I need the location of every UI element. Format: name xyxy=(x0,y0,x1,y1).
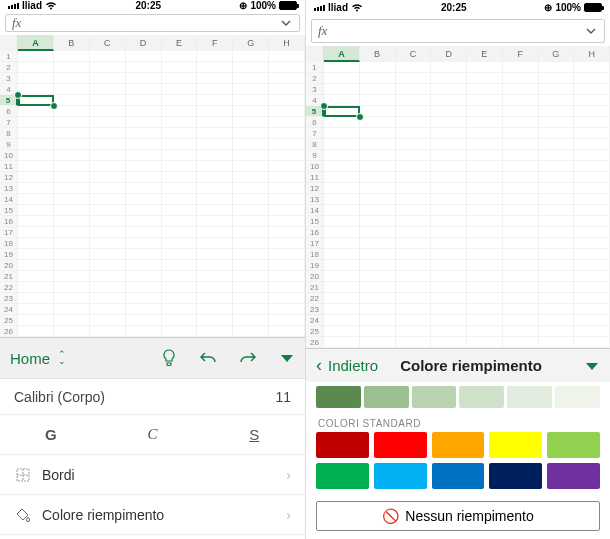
cell[interactable] xyxy=(396,84,432,95)
cell[interactable] xyxy=(162,62,198,73)
cell[interactable] xyxy=(324,117,360,128)
cell[interactable] xyxy=(197,315,233,326)
cell[interactable] xyxy=(54,95,90,106)
cell[interactable] xyxy=(18,249,54,260)
cell[interactable] xyxy=(269,238,305,249)
cell[interactable] xyxy=(233,117,269,128)
formula-bar[interactable]: fx xyxy=(5,14,300,32)
cell[interactable] xyxy=(539,95,575,106)
cell[interactable] xyxy=(503,139,539,150)
collapse-icon[interactable] xyxy=(584,359,600,373)
col-A[interactable]: A xyxy=(324,46,360,62)
cell[interactable] xyxy=(197,84,233,95)
color-swatch[interactable] xyxy=(547,463,600,489)
cell[interactable] xyxy=(431,260,467,271)
cell[interactable] xyxy=(197,139,233,150)
cell[interactable] xyxy=(233,51,269,62)
cell[interactable] xyxy=(539,282,575,293)
row-header[interactable]: 9 xyxy=(0,139,18,150)
cell[interactable] xyxy=(324,304,360,315)
cell[interactable] xyxy=(431,161,467,172)
col-E[interactable]: E xyxy=(162,35,198,51)
row-header[interactable]: 20 xyxy=(0,260,18,271)
row-header[interactable]: 14 xyxy=(0,194,18,205)
cell[interactable] xyxy=(233,249,269,260)
cell[interactable] xyxy=(539,205,575,216)
row-header[interactable]: 3 xyxy=(306,84,324,95)
row-header[interactable]: 24 xyxy=(306,315,324,326)
cell[interactable] xyxy=(360,106,396,117)
cell[interactable] xyxy=(162,194,198,205)
cell[interactable] xyxy=(360,260,396,271)
cell[interactable] xyxy=(539,62,575,73)
col-D[interactable]: D xyxy=(431,46,467,62)
cell[interactable] xyxy=(574,326,610,337)
cell[interactable] xyxy=(126,249,162,260)
tab-switcher-icon[interactable]: ⌃⌄ xyxy=(58,351,66,365)
row-header[interactable]: 23 xyxy=(0,293,18,304)
cell[interactable] xyxy=(503,84,539,95)
cell[interactable] xyxy=(503,150,539,161)
cell[interactable] xyxy=(360,216,396,227)
cell[interactable] xyxy=(574,227,610,238)
cell[interactable] xyxy=(396,249,432,260)
row-header[interactable]: 8 xyxy=(306,139,324,150)
cell[interactable] xyxy=(503,128,539,139)
cell[interactable] xyxy=(18,183,54,194)
cell[interactable] xyxy=(162,106,198,117)
cell[interactable] xyxy=(360,304,396,315)
cell[interactable] xyxy=(90,106,126,117)
color-swatch[interactable] xyxy=(316,432,369,458)
cell[interactable] xyxy=(539,73,575,84)
cell[interactable] xyxy=(233,161,269,172)
cell[interactable] xyxy=(539,84,575,95)
cell[interactable] xyxy=(467,150,503,161)
cell[interactable] xyxy=(269,293,305,304)
color-swatch[interactable] xyxy=(374,432,427,458)
cell[interactable] xyxy=(269,73,305,84)
cell[interactable] xyxy=(503,216,539,227)
cell[interactable] xyxy=(574,337,610,348)
cell[interactable] xyxy=(197,293,233,304)
row-header[interactable]: 1 xyxy=(306,62,324,73)
cell[interactable] xyxy=(126,117,162,128)
cell[interactable] xyxy=(574,73,610,84)
row-header[interactable]: 18 xyxy=(306,249,324,260)
cell[interactable] xyxy=(396,238,432,249)
cell[interactable] xyxy=(54,150,90,161)
cell[interactable] xyxy=(396,293,432,304)
cell[interactable] xyxy=(269,227,305,238)
formula-bar[interactable]: fx xyxy=(311,19,605,43)
cell[interactable] xyxy=(18,84,54,95)
col-F[interactable]: F xyxy=(503,46,539,62)
cell[interactable] xyxy=(269,62,305,73)
font-picker-row[interactable]: Calibri (Corpo) 11 xyxy=(0,378,305,414)
cell[interactable] xyxy=(574,117,610,128)
cell[interactable] xyxy=(431,194,467,205)
cell[interactable] xyxy=(233,84,269,95)
cell[interactable] xyxy=(197,150,233,161)
col-G[interactable]: G xyxy=(233,35,269,51)
cell[interactable] xyxy=(467,216,503,227)
cell[interactable] xyxy=(503,161,539,172)
cell[interactable] xyxy=(162,128,198,139)
cell[interactable] xyxy=(467,128,503,139)
cell[interactable] xyxy=(503,62,539,73)
cell[interactable] xyxy=(90,150,126,161)
cell[interactable] xyxy=(197,73,233,84)
cell[interactable] xyxy=(90,315,126,326)
col-F[interactable]: F xyxy=(197,35,233,51)
cell[interactable] xyxy=(324,216,360,227)
cell[interactable] xyxy=(396,260,432,271)
cell[interactable] xyxy=(18,293,54,304)
cell[interactable] xyxy=(467,84,503,95)
cell[interactable] xyxy=(431,216,467,227)
cell[interactable] xyxy=(467,304,503,315)
cell[interactable] xyxy=(467,139,503,150)
cell[interactable] xyxy=(54,194,90,205)
cell[interactable] xyxy=(539,304,575,315)
cell[interactable] xyxy=(269,161,305,172)
color-swatch[interactable] xyxy=(316,463,369,489)
cell[interactable] xyxy=(18,106,54,117)
cell[interactable] xyxy=(396,337,432,348)
